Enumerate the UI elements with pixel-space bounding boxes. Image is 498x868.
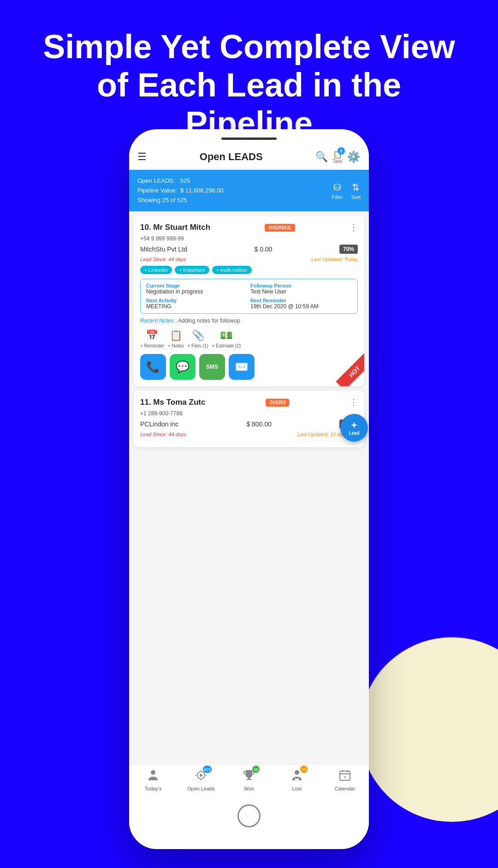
sort-button[interactable]: ⇅ Sort xyxy=(351,182,361,200)
hamburger-icon[interactable]: ☰ xyxy=(137,151,147,163)
tag-linkedin: LinkedIn xyxy=(140,266,172,274)
search-icon[interactable]: 🔍 xyxy=(315,151,328,163)
hot-ribbon-text: HOT xyxy=(347,365,361,379)
call-icon: 📞 xyxy=(146,360,160,373)
nav-calendar[interactable]: 7 Calendar xyxy=(321,768,369,791)
lead-value-2: $ 800.00 xyxy=(246,420,272,428)
overdue-badge-1: OVERDUE xyxy=(265,224,295,232)
files-icon: 📎 xyxy=(192,329,204,341)
more-options-icon-2[interactable]: ⋮ xyxy=(350,397,358,407)
sms-icon: SMS xyxy=(206,364,218,370)
svg-text:7: 7 xyxy=(344,775,346,780)
current-stage-label: Current Stage xyxy=(146,283,248,288)
nav-won-icon-wrap: 12 xyxy=(242,768,256,784)
phone-frame: ☰ Open LEADS 🔍 📋 2 Task ⚙️ Open LEADS: 5… xyxy=(129,129,369,849)
task-button[interactable]: 📋 2 Task xyxy=(332,150,342,164)
sort-label: Sort xyxy=(351,194,361,200)
lead-card-header-2: 11. Ms Toma Zutc OVERD ⋮ xyxy=(140,397,358,407)
nav-todays-label: Today's xyxy=(145,786,162,791)
nav-leads-icon-wrap: 513 xyxy=(194,768,208,784)
task-badge: 2 xyxy=(338,147,345,155)
current-stage-section: Current Stage Negotiation in progress xyxy=(146,283,248,295)
whatsapp-button[interactable]: 💬 xyxy=(170,354,196,380)
next-activity-section: Next Activity MEETING xyxy=(146,298,248,310)
open-leads-stat: Open LEADS: 525 xyxy=(137,176,327,186)
email-icon: ✉️ xyxy=(235,360,249,373)
reminder-label: + Reminder xyxy=(140,343,164,348)
bottom-nav: Today's 513 Open Leads xyxy=(129,764,369,797)
nav-won-label: Won xyxy=(244,786,254,791)
nav-lost[interactable]: 25 Lost xyxy=(273,768,321,791)
app-header: ☰ Open LEADS 🔍 📋 2 Task ⚙️ xyxy=(129,144,369,170)
lead-name-2: 11. Ms Toma Zutc xyxy=(140,398,205,407)
lead-phone-1: +54 9 999 999-99 xyxy=(140,235,358,242)
more-options-icon-1[interactable]: ⋮ xyxy=(350,222,358,233)
phone-notch xyxy=(129,129,369,144)
email-button[interactable]: ✉️ xyxy=(229,354,255,380)
leads-list: 10. Mr Stuart Mitch OVERDUE ⋮ +54 9 999 … xyxy=(129,211,369,764)
svg-point-0 xyxy=(151,770,155,775)
reminder-action[interactable]: 📅 + Reminder xyxy=(140,329,164,348)
lead-name-1: 10. Mr Stuart Mitch xyxy=(140,223,210,232)
next-reminder-value: 19th Dec 2020 @ 10:59 AM xyxy=(250,303,352,310)
lead-card-1: 10. Mr Stuart Mitch OVERDUE ⋮ +54 9 999 … xyxy=(134,216,364,386)
sort-icon: ⇅ xyxy=(352,182,360,193)
sms-button[interactable]: SMS xyxy=(199,354,225,380)
call-button[interactable]: 📞 xyxy=(140,354,166,380)
add-lead-fab[interactable]: + Lead xyxy=(340,414,368,442)
calendar-icon: 7 xyxy=(338,768,352,782)
lead-value-1: $ 0.00 xyxy=(254,245,272,253)
fab-label: Lead xyxy=(349,431,359,436)
phone-home-area xyxy=(129,797,369,837)
lead-since-2: Lead Since: 44 days xyxy=(140,431,186,437)
estimate-icon: 💵 xyxy=(220,329,232,341)
nav-open-leads[interactable]: 513 Open Leads xyxy=(177,768,225,791)
home-button[interactable] xyxy=(237,804,261,827)
lead-percent-1: 70% xyxy=(339,245,358,254)
lead-card-2: 11. Ms Toma Zutc OVERD ⋮ +1 289-900-7788… xyxy=(134,391,364,447)
followup-person-section: Followup Person Test New User xyxy=(250,283,352,295)
svg-point-6 xyxy=(200,774,202,777)
pipeline-value-stat: Pipeline Value: $ 11,608,296.00 xyxy=(137,186,327,196)
task-icon-wrap: 📋 2 xyxy=(333,150,342,159)
files-action[interactable]: 📎 + Files (1) xyxy=(188,329,208,348)
lead-phone-2: +1 289-900-7788 xyxy=(140,410,358,417)
next-activity-value: MEETING xyxy=(146,303,248,310)
lead-tags-1: LinkedIn Important multi-million xyxy=(140,266,358,274)
overdue-badge-2: OVERD xyxy=(266,399,290,407)
hero-section: Simple Yet Complete View of Each Lead in… xyxy=(0,28,498,142)
filter-stats: Open LEADS: 525 Pipeline Value: $ 11,608… xyxy=(137,176,327,205)
lead-company-row-2: PCLindon inc $ 800.00 80% xyxy=(140,419,358,429)
estimate-label: + Estimate (2) xyxy=(212,343,241,348)
svg-rect-8 xyxy=(246,779,252,780)
lead-meta-2: Lead Since: 44 days Last Updated: 10 day… xyxy=(140,431,358,437)
whatsapp-icon: 💬 xyxy=(176,360,190,373)
filter-actions: ⛁ Filter ⇅ Sort xyxy=(332,182,361,200)
nav-todays-icon-wrap xyxy=(146,768,160,784)
nav-calendar-icon-wrap: 7 xyxy=(338,768,352,784)
recent-notes-text-1: Adding notes for followup xyxy=(178,317,240,324)
reminder-icon: 📅 xyxy=(146,329,158,341)
phone-screen: ☰ Open LEADS 🔍 📋 2 Task ⚙️ Open LEADS: 5… xyxy=(129,144,369,837)
tag-multi-million: multi-million xyxy=(212,266,252,274)
settings-icon[interactable]: ⚙️ xyxy=(347,150,361,163)
next-activity-label: Next Activity xyxy=(146,298,248,303)
open-leads-badge: 513 xyxy=(203,766,212,773)
notes-action[interactable]: 📋 + Notes xyxy=(168,329,184,348)
person-icon xyxy=(146,768,160,782)
svg-rect-7 xyxy=(248,777,250,779)
filter-button[interactable]: ⛁ Filter xyxy=(332,182,343,200)
estimate-action[interactable]: 💵 + Estimate (2) xyxy=(212,329,241,348)
lead-since-1: Lead Since: 44 days xyxy=(140,257,186,262)
next-reminder-label: Next Reminder xyxy=(250,298,352,303)
filter-icon: ⛁ xyxy=(333,182,341,193)
svg-point-9 xyxy=(295,770,299,775)
lead-company-row-1: MitchStu Pvt Ltd $ 0.00 70% xyxy=(140,245,358,254)
nav-won[interactable]: 12 Won xyxy=(225,768,273,791)
followup-person-value: Test New User xyxy=(250,288,352,295)
notch-bar xyxy=(221,138,277,140)
nav-todays[interactable]: Today's xyxy=(129,768,177,791)
hero-title: Simple Yet Complete View of Each Lead in… xyxy=(37,28,461,142)
notes-icon: 📋 xyxy=(170,329,182,341)
nav-calendar-label: Calendar xyxy=(335,786,356,791)
